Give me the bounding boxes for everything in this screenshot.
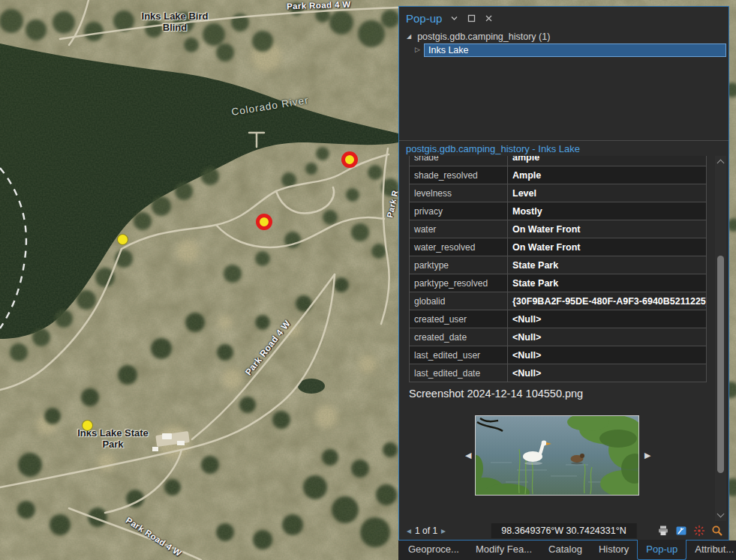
tab-history[interactable]: History: [590, 541, 637, 560]
collapse-icon[interactable]: ◢: [407, 34, 411, 40]
close-icon[interactable]: [485, 13, 494, 22]
tab-geoproce[interactable]: Geoproce...: [400, 541, 467, 560]
field-value: Mostly: [508, 202, 707, 220]
flash-location-icon[interactable]: [693, 525, 705, 537]
field-name: water_resolved: [410, 238, 508, 256]
app-window: Inks Lake Bird Blind Park Road 4 W Color…: [0, 0, 736, 560]
field-value: ample: [508, 156, 707, 166]
field-name: last_edited_date: [410, 364, 508, 382]
field-name: privacy: [410, 202, 508, 220]
attachment-prev-button[interactable]: ◀: [465, 451, 471, 460]
field-name: created_user: [410, 310, 508, 328]
field-name: shade_resolved: [410, 166, 508, 184]
field-name: shade: [410, 156, 508, 166]
expand-icon[interactable]: ▷: [415, 46, 420, 53]
field-value: On Water Front: [508, 220, 707, 238]
attribute-row[interactable]: last_edited_date<Null>: [410, 364, 707, 382]
coordinates-readout: 98.3649376°W 30.7424331°N: [491, 523, 636, 538]
attribute-row[interactable]: shadeample: [410, 156, 707, 166]
camp-marker-highlighted[interactable]: [256, 214, 272, 230]
attribute-row[interactable]: privacyMostly: [410, 202, 707, 220]
attribute-table[interactable]: shadeampleshade_resolvedAmplelevelnessLe…: [409, 156, 708, 383]
attribute-row[interactable]: waterOn Water Front: [410, 220, 707, 238]
tab-modify-fea[interactable]: Modify Fea...: [467, 541, 540, 560]
attribute-row[interactable]: globalid{30F9BA2F-95DE-480F-A9F3-6940B52…: [410, 292, 707, 310]
popup-section-header: postgis.gdb.camping_history - Inks Lake: [399, 140, 728, 156]
field-name: parktype_resolved: [410, 274, 508, 292]
tab-catalog[interactable]: Catalog: [540, 541, 590, 560]
field-value: Level: [508, 184, 707, 202]
attachment-filename: Screenshot 2024-12-14 104550.png: [409, 388, 583, 400]
next-feature-button[interactable]: ▸: [441, 526, 446, 535]
popup-panel: Pop-up ◢ postgis.gdb.camping_history (1)…: [398, 6, 729, 541]
attribute-row[interactable]: created_user<Null>: [410, 310, 707, 328]
attribute-row[interactable]: parktype_resolvedState Park: [410, 274, 707, 292]
scrollbar[interactable]: [715, 156, 726, 521]
print-icon[interactable]: [657, 525, 669, 537]
scrollbar-thumb[interactable]: [717, 256, 724, 473]
attribute-row[interactable]: parktypeState Park: [410, 256, 707, 274]
camp-marker[interactable]: [117, 234, 128, 245]
field-name: parktype: [410, 256, 508, 274]
chevron-down-icon[interactable]: [450, 13, 459, 22]
field-value: State Park: [508, 274, 707, 292]
feature-count: 1 of 1: [415, 526, 437, 536]
tree-root-label: postgis.gdb.camping_history (1): [417, 31, 550, 42]
attribute-row[interactable]: levelnessLevel: [410, 184, 707, 202]
attachment-image[interactable]: [475, 415, 639, 496]
field-value: <Null>: [508, 310, 707, 328]
maximize-icon[interactable]: [467, 13, 476, 22]
field-value: <Null>: [508, 328, 707, 346]
field-value: <Null>: [508, 364, 707, 382]
attribute-row[interactable]: water_resolvedOn Water Front: [410, 238, 707, 256]
field-value: Ample: [508, 166, 707, 184]
field-name: last_edited_user: [410, 346, 508, 364]
tab-attribut[interactable]: Attribut...: [686, 541, 736, 560]
attribute-row[interactable]: shade_resolvedAmple: [410, 166, 707, 184]
dock-pane-icon[interactable]: [675, 525, 687, 537]
tree-node-layer[interactable]: ◢ postgis.gdb.camping_history (1): [407, 31, 550, 42]
zoom-to-icon[interactable]: [711, 525, 723, 537]
scroll-down-icon[interactable]: [717, 511, 725, 518]
tab-pop-up[interactable]: Pop-up: [637, 540, 686, 560]
field-name: globalid: [410, 292, 508, 310]
popup-footer: ◂ 1 of 1 ▸ 98.3649376°W 30.7424331°N: [399, 521, 728, 540]
field-value: On Water Front: [508, 238, 707, 256]
field-value: <Null>: [508, 346, 707, 364]
tree-node-feature[interactable]: Inks Lake: [424, 43, 726, 57]
popup-title: Pop-up: [406, 12, 442, 25]
scroll-up-icon[interactable]: [717, 160, 725, 167]
attachment-next-button[interactable]: ▶: [644, 451, 650, 460]
previous-feature-button[interactable]: ◂: [407, 526, 411, 535]
attribute-row[interactable]: last_edited_user<Null>: [410, 346, 707, 364]
field-name: water: [410, 220, 508, 238]
field-value: {30F9BA2F-95DE-480F-A9F3-6940B5211225}: [508, 292, 707, 310]
camp-marker[interactable]: [82, 420, 93, 431]
popup-titlebar: Pop-up: [399, 7, 728, 29]
camp-marker-highlighted[interactable]: [341, 151, 358, 168]
tree-selected-label: Inks Lake: [428, 45, 469, 55]
field-name: created_date: [410, 328, 508, 346]
pane-tab-bar: Geoproce...Modify Fea...CatalogHistoryPo…: [398, 541, 736, 560]
field-name: levelness: [410, 184, 508, 202]
field-value: State Park: [508, 256, 707, 274]
attribute-row[interactable]: created_date<Null>: [410, 328, 707, 346]
